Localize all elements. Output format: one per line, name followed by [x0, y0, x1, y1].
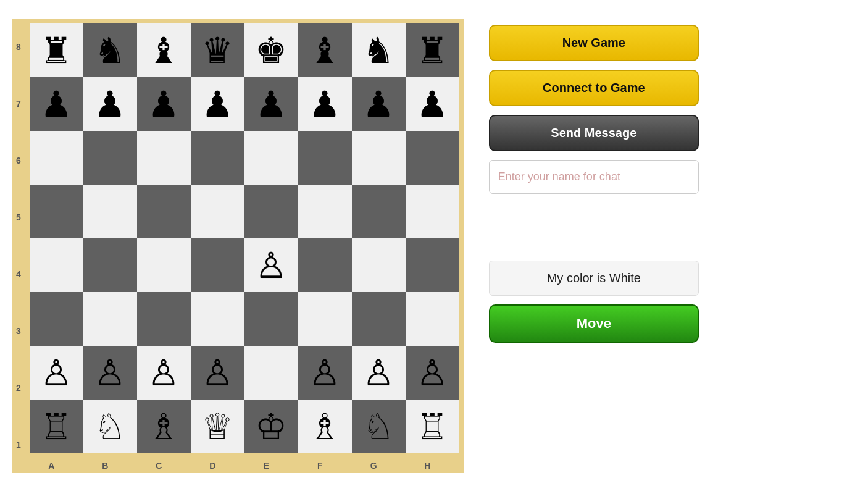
cell-C8[interactable]: ♝ [137, 23, 191, 77]
cell-F2[interactable]: ♙ [298, 346, 352, 400]
chess-board[interactable]: ♜♞♝♛♚♝♞♜♟♟♟♟♟♟♟♟♙♙♙♙♙♙♙♙♖♘♗♕♔♗♘♖ [25, 19, 464, 458]
cell-B7[interactable]: ♟ [83, 77, 137, 131]
cell-D3[interactable] [191, 292, 244, 346]
file-label-D: D [186, 461, 240, 471]
connect-to-game-button[interactable]: Connect to Game [489, 70, 699, 106]
cell-D6[interactable] [191, 131, 244, 185]
cell-E5[interactable] [244, 185, 298, 238]
rank-label-8: 8 [16, 20, 21, 74]
cell-G6[interactable] [352, 131, 406, 185]
cell-D8[interactable]: ♛ [191, 23, 244, 77]
cell-B1[interactable]: ♘ [83, 400, 137, 453]
cell-D4[interactable] [191, 238, 244, 292]
rank-label-5: 5 [16, 191, 21, 245]
cell-H4[interactable] [406, 238, 459, 292]
cell-C1[interactable]: ♗ [137, 400, 191, 453]
cell-H6[interactable] [406, 131, 459, 185]
chess-board-container: 87654321 ♜♞♝♛♚♝♞♜♟♟♟♟♟♟♟♟♙♙♙♙♙♙♙♙♖♘♗♕♔♗♘… [12, 19, 464, 473]
move-button[interactable]: Move [489, 304, 699, 343]
rank-labels: 87654321 [12, 19, 25, 473]
cell-E7[interactable]: ♟ [244, 77, 298, 131]
cell-C3[interactable] [137, 292, 191, 346]
cell-E8[interactable]: ♚ [244, 23, 298, 77]
cell-D2[interactable]: ♙ [191, 346, 244, 400]
cell-A2[interactable]: ♙ [30, 346, 83, 400]
rank-label-7: 7 [16, 77, 21, 131]
cell-G2[interactable]: ♙ [352, 346, 406, 400]
sidebar: New Game Connect to Game Send Message My… [489, 12, 699, 343]
cell-E2[interactable] [244, 346, 298, 400]
cell-F3[interactable] [298, 292, 352, 346]
cell-D1[interactable]: ♕ [191, 400, 244, 453]
cell-C2[interactable]: ♙ [137, 346, 191, 400]
cell-G8[interactable]: ♞ [352, 23, 406, 77]
cell-A1[interactable]: ♖ [30, 400, 83, 453]
cell-F8[interactable]: ♝ [298, 23, 352, 77]
file-labels: ABCDEFGH [25, 458, 464, 473]
file-label-B: B [78, 461, 132, 471]
rank-label-1: 1 [16, 418, 21, 472]
cell-A5[interactable] [30, 185, 83, 238]
cell-D7[interactable]: ♟ [191, 77, 244, 131]
cell-C6[interactable] [137, 131, 191, 185]
file-label-E: E [240, 461, 293, 471]
cell-E4[interactable]: ♙ [244, 238, 298, 292]
cell-B8[interactable]: ♞ [83, 23, 137, 77]
cell-C7[interactable]: ♟ [137, 77, 191, 131]
cell-F4[interactable] [298, 238, 352, 292]
new-game-button[interactable]: New Game [489, 25, 699, 61]
cell-H8[interactable]: ♜ [406, 23, 459, 77]
cell-F6[interactable] [298, 131, 352, 185]
rank-label-4: 4 [16, 248, 21, 301]
file-label-C: C [132, 461, 186, 471]
cell-G3[interactable] [352, 292, 406, 346]
cell-A6[interactable] [30, 131, 83, 185]
chat-name-input[interactable] [489, 160, 699, 194]
cell-H1[interactable]: ♖ [406, 400, 459, 453]
rank-label-2: 2 [16, 361, 21, 415]
cell-G7[interactable]: ♟ [352, 77, 406, 131]
cell-A4[interactable] [30, 238, 83, 292]
cell-A3[interactable] [30, 292, 83, 346]
cell-G5[interactable] [352, 185, 406, 238]
file-label-G: G [347, 461, 401, 471]
file-label-A: A [25, 461, 78, 471]
cell-G1[interactable]: ♘ [352, 400, 406, 453]
cell-B5[interactable] [83, 185, 137, 238]
cell-F5[interactable] [298, 185, 352, 238]
spacer [489, 203, 699, 252]
rank-label-3: 3 [16, 304, 21, 358]
color-display: My color is White [489, 261, 699, 296]
cell-G4[interactable] [352, 238, 406, 292]
cell-E3[interactable] [244, 292, 298, 346]
cell-C4[interactable] [137, 238, 191, 292]
cell-H3[interactable] [406, 292, 459, 346]
send-message-button[interactable]: Send Message [489, 115, 699, 151]
cell-A8[interactable]: ♜ [30, 23, 83, 77]
cell-E6[interactable] [244, 131, 298, 185]
rank-label-6: 6 [16, 134, 21, 188]
file-label-F: F [293, 461, 347, 471]
cell-H2[interactable]: ♙ [406, 346, 459, 400]
cell-F7[interactable]: ♟ [298, 77, 352, 131]
cell-A7[interactable]: ♟ [30, 77, 83, 131]
cell-B2[interactable]: ♙ [83, 346, 137, 400]
file-label-H: H [401, 461, 454, 471]
cell-B6[interactable] [83, 131, 137, 185]
cell-B4[interactable] [83, 238, 137, 292]
cell-E1[interactable]: ♔ [244, 400, 298, 453]
cell-D5[interactable] [191, 185, 244, 238]
cell-F1[interactable]: ♗ [298, 400, 352, 453]
cell-H5[interactable] [406, 185, 459, 238]
cell-B3[interactable] [83, 292, 137, 346]
cell-C5[interactable] [137, 185, 191, 238]
cell-H7[interactable]: ♟ [406, 77, 459, 131]
